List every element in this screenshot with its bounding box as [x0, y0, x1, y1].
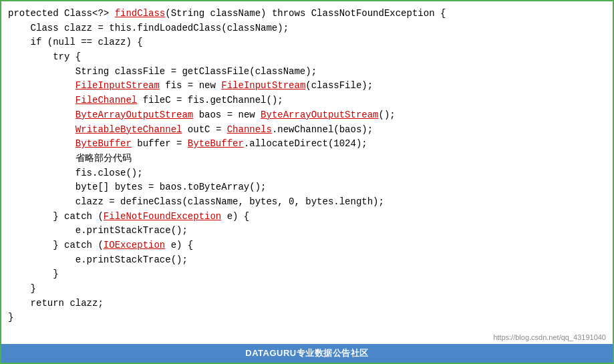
code-text: e.printStackTrace();: [8, 254, 188, 265]
watermark: https://blog.csdn.net/qq_43191040: [493, 333, 606, 341]
code-text: [8, 80, 75, 91]
code-line: protected Class<?> findClass(String clas…: [8, 7, 606, 21]
code-line: 省略部分代码: [8, 152, 606, 166]
code-line: e.printStackTrace();: [8, 224, 606, 238]
code-text: outC =: [182, 124, 226, 135]
code-text: return clazz;: [8, 298, 104, 309]
code-line: }: [8, 267, 606, 282]
code-text: }: [8, 283, 36, 294]
code-identifier: findClass: [115, 8, 166, 19]
code-text: String classFile = getClassFile(classNam…: [8, 66, 317, 77]
code-text: try {: [8, 51, 81, 62]
code-line: ByteBuffer buffer = ByteBuffer.allocateD…: [8, 137, 606, 152]
code-text: fileC = fis.getChannel();: [137, 95, 283, 106]
code-text: }: [8, 312, 13, 323]
code-text: protected Class<?>: [8, 8, 115, 19]
code-line: ByteArrayOutputStream baos = new ByteArr…: [8, 108, 606, 123]
code-text: baos = new: [193, 110, 261, 120]
code-text: if (null == clazz) {: [8, 37, 143, 47]
code-identifier: WritableByteChannel: [75, 124, 182, 135]
bottom-bar-label: DATAGURU专业数据公告社区: [245, 347, 368, 359]
code-identifier: FileChannel: [75, 95, 137, 106]
code-container: protected Class<?> findClass(String clas…: [0, 0, 614, 364]
code-identifier: IOException: [104, 240, 165, 250]
code-text: }: [8, 268, 59, 279]
code-identifier: ByteBuffer: [188, 138, 244, 149]
code-text: e) {: [221, 211, 249, 222]
code-text: } catch (: [8, 240, 104, 250]
code-text: fis.close();: [8, 168, 143, 178]
code-text: } catch (: [8, 211, 104, 222]
code-text: .allocateDirect(1024);: [244, 138, 367, 149]
code-line: FileChannel fileC = fis.getChannel();: [8, 94, 606, 108]
code-text: byte[] bytes = baos.toByteArray();: [8, 182, 266, 192]
code-line: byte[] bytes = baos.toByteArray();: [8, 180, 606, 195]
code-text: fis = new: [160, 80, 221, 91]
code-text: ();: [379, 110, 396, 120]
code-identifier: Channels: [227, 124, 272, 135]
code-line: String classFile = getClassFile(classNam…: [8, 65, 606, 79]
code-text: [8, 124, 75, 135]
code-identifier: FileInputStream: [75, 80, 160, 91]
code-line: } catch (IOException e) {: [8, 238, 606, 253]
code-text: [8, 110, 75, 120]
code-text: [8, 138, 75, 149]
bottom-bar: DATAGURU专业数据公告社区: [1, 344, 613, 363]
code-line: FileInputStream fis = new FileInputStrea…: [8, 79, 606, 94]
code-text: (classFile);: [305, 80, 373, 91]
code-line: try {: [8, 50, 606, 65]
code-identifier: ByteArrayOutputStream: [261, 110, 378, 120]
code-identifier: FileNotFoundException: [104, 211, 221, 222]
code-text: buffer =: [132, 138, 188, 149]
code-text: e) {: [165, 240, 193, 250]
code-text: Class clazz = this.findLoadedClass(class…: [8, 23, 289, 33]
code-text: .newChannel(baos);: [272, 124, 373, 135]
code-line: Class clazz = this.findLoadedClass(class…: [8, 21, 606, 36]
code-text: 省略部分代码: [8, 153, 132, 164]
code-line: }: [8, 282, 606, 297]
code-text: (String className) throws ClassNotFoundE…: [165, 8, 446, 19]
code-text: [8, 95, 75, 106]
code-block: protected Class<?> findClass(String clas…: [8, 7, 606, 325]
code-line: fis.close();: [8, 166, 606, 181]
code-text: clazz = defineClass(className, bytes, 0,…: [8, 196, 384, 207]
code-identifier: ByteArrayOutputStream: [75, 110, 193, 120]
code-line: if (null == clazz) {: [8, 35, 606, 50]
code-line: }: [8, 311, 606, 325]
code-identifier: FileInputStream: [221, 80, 305, 91]
code-text: e.printStackTrace();: [8, 225, 188, 236]
code-line: WritableByteChannel outC = Channels.newC…: [8, 123, 606, 138]
code-line: clazz = defineClass(className, bytes, 0,…: [8, 195, 606, 210]
code-identifier: ByteBuffer: [75, 138, 132, 149]
code-line: } catch (FileNotFoundException e) {: [8, 210, 606, 224]
code-line: return clazz;: [8, 297, 606, 311]
code-line: e.printStackTrace();: [8, 253, 606, 268]
